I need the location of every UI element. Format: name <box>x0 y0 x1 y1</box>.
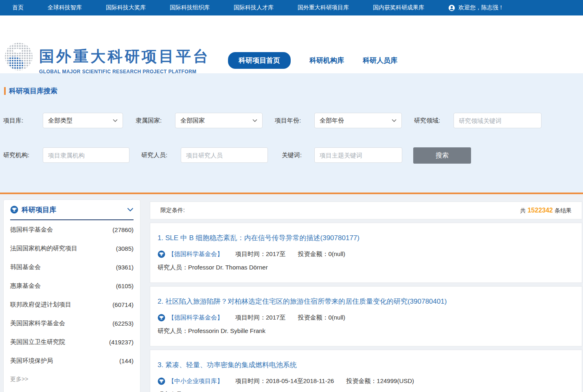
result-meta: 【德国科学基金会】 项目时间：2017至 投资金额：0(null) <box>158 250 574 258</box>
item-count: (419237) <box>109 339 134 346</box>
sidebar-item-wellcome[interactable]: 惠康基金会 (6105) <box>10 276 134 295</box>
item-count: (27860) <box>112 226 134 233</box>
sidebar-item-federal[interactable]: 联邦政府促进计划项目 (60714) <box>10 295 134 314</box>
welcome-text: 欢迎您，陈志强！ <box>458 4 504 11</box>
sidebar-item-nih[interactable]: 美国国立卫生研究院 (419237) <box>10 333 134 351</box>
project-db-label: 项目库: <box>3 117 43 125</box>
sidebar-item-nsf[interactable]: 美国国家科学基金会 (62253) <box>10 314 134 333</box>
investment-amount: 投资金额：0(null) <box>298 250 345 258</box>
nav-item-achievements-db[interactable]: 国内获奖科研成果库 <box>373 4 424 11</box>
project-type-select[interactable]: 全部类型 <box>43 113 123 128</box>
project-time: 项目时间：2017至 <box>235 250 285 258</box>
nav-item-orgs-db[interactable]: 国际科技组织库 <box>170 4 210 11</box>
result-researcher: 研究人员：Professorin Dr. Sybille Frank <box>158 327 574 335</box>
nav-item-awards-db[interactable]: 国际科技大奖库 <box>106 4 146 11</box>
sidebar-filters: 科研项目库 德国科学基金会 (27860) 法国国家机构的研究项目 (3085)… <box>3 199 140 392</box>
item-label: 美国国家科学基金会 <box>10 320 65 327</box>
source-text: 【德国科学基金会】 <box>168 314 223 322</box>
logo-text-block: 国外重大科研项目平台 GLOBAL MAJOR SCIENTIFIC RESEA… <box>39 46 210 74</box>
results-column: 限定条件: 共1522342条结果 1. SLE 中 B 细胞稳态紊乱：内在信号… <box>150 201 582 392</box>
item-label: 联邦政府促进计划项目 <box>10 301 71 309</box>
chevron-down-icon <box>252 119 257 122</box>
tab-personnel-db[interactable]: 科研人员库 <box>363 56 397 65</box>
sidebar-section-country[interactable]: 隶属国家 <box>10 389 134 392</box>
user-welcome[interactable]: 欢迎您，陈志强！ <box>448 4 504 11</box>
result-title-link[interactable]: 3. 紧凑、轻量、功率密集的集成燃料电池系统 <box>158 360 574 370</box>
item-count: (6105) <box>116 283 134 289</box>
year-label: 项目年份: <box>275 117 314 125</box>
sidebar-item-korea[interactable]: 韩国基金会 (9361) <box>10 258 134 276</box>
item-label: 德国科学基金会 <box>10 226 53 234</box>
item-label: 法国国家机构的研究项目 <box>10 245 77 252</box>
result-meta: 【中小企业项目库】 项目时间：2018-05-14至2018-11-26 投资金… <box>158 377 574 385</box>
trophy-icon <box>158 377 165 385</box>
project-type-value: 全部类型 <box>48 117 72 125</box>
year-select[interactable]: 全部年份 <box>314 113 402 128</box>
result-source-link[interactable]: 【德国科学基金会】 <box>158 314 223 322</box>
institution-input[interactable] <box>43 147 129 163</box>
item-label: 韩国基金会 <box>10 263 41 271</box>
item-count: (3085) <box>116 245 134 252</box>
keyword-label: 关键词: <box>282 151 314 159</box>
sidebar-item-dfg[interactable]: 德国科学基金会 (27860) <box>10 220 134 239</box>
top-navigation: 首页 全球科技智库 国际科技大奖库 国际科技组织库 国际科技人才库 国外重大科研… <box>0 0 583 15</box>
item-label: 美国环境保护局 <box>10 357 53 365</box>
nav-item-talents-db[interactable]: 国际科技人才库 <box>234 4 274 11</box>
result-title-link[interactable]: 2. 社区陷入旅游陷阱？对柏林选定住宅区的旅游住宿所带来的居住质量变化的研究(3… <box>158 297 574 306</box>
total-count: 1522342 <box>526 207 555 214</box>
trophy-icon <box>158 250 165 258</box>
tab-institution-db[interactable]: 科研机构库 <box>309 56 344 65</box>
trophy-icon <box>158 314 165 322</box>
item-count: (60714) <box>112 301 134 308</box>
item-count: (144) <box>119 357 134 364</box>
sidebar-item-epa[interactable]: 美国环境保护局 (144) <box>10 351 134 370</box>
nav-item-projects-db[interactable]: 国外重大科研项目库 <box>298 4 349 11</box>
total-suffix: 条结果 <box>555 207 572 214</box>
sidebar-more-link[interactable]: 更多>> <box>10 370 134 388</box>
site-title: 国外重大科研项目平台 <box>39 46 210 67</box>
research-field-input[interactable] <box>454 113 541 128</box>
result-item: 2. 社区陷入旅游陷阱？对柏林选定住宅区的旅游住宿所带来的居住质量变化的研究(3… <box>150 286 582 346</box>
item-label: 惠康基金会 <box>10 282 41 290</box>
main-content: 科研项目库 德国科学基金会 (27860) 法国国家机构的研究项目 (3085)… <box>0 194 583 392</box>
researcher-label: 研究人员: <box>141 151 181 159</box>
year-value: 全部年份 <box>320 117 344 125</box>
source-text: 【德国科学基金会】 <box>168 250 223 258</box>
search-panel-title: 科研项目库搜索 <box>4 86 57 96</box>
result-meta: 【德国科学基金会】 项目时间：2017至 投资金额：0(null) <box>158 314 574 322</box>
researcher-input[interactable] <box>181 147 268 163</box>
tab-project-home[interactable]: 科研项目首页 <box>228 52 291 69</box>
trophy-icon <box>10 206 18 214</box>
item-count: (9361) <box>116 264 134 271</box>
institution-label: 研究机构: <box>3 151 43 159</box>
filter-bar: 限定条件: 共1522342条结果 <box>150 201 582 219</box>
result-title-link[interactable]: 1. SLE 中 B 细胞稳态紊乱：内在信号传导异常的描述(390780177) <box>158 233 574 243</box>
chevron-down-icon <box>392 119 397 122</box>
result-source-link[interactable]: 【德国科学基金会】 <box>158 250 223 258</box>
project-time: 项目时间：2017至 <box>235 314 285 322</box>
results-total: 共1522342条结果 <box>520 207 572 215</box>
country-label: 隶属国家: <box>136 117 175 125</box>
header-tabs: 科研项目首页 科研机构库 科研人员库 <box>228 52 397 69</box>
search-title-text: 科研项目库搜索 <box>9 86 57 96</box>
keyword-input[interactable] <box>314 147 402 163</box>
project-time: 项目时间：2018-05-14至2018-11-26 <box>235 377 334 385</box>
nav-item-think-tank-db[interactable]: 全球科技智库 <box>48 4 82 11</box>
sidebar-item-france[interactable]: 法国国家机构的研究项目 (3085) <box>10 239 134 258</box>
search-panel: 科研项目库搜索 项目库: 全部类型 隶属国家: 全部国家 项目年份: 全部年份 … <box>0 73 583 193</box>
sidebar-section-project-db[interactable]: 科研项目库 <box>10 200 134 220</box>
investment-amount: 投资金额：0(null) <box>298 314 345 322</box>
chevron-down-icon <box>127 208 134 212</box>
research-field-label: 研究领域: <box>414 117 454 125</box>
globe-logo-icon <box>4 42 33 71</box>
site-header: 国外重大科研项目平台 GLOBAL MAJOR SCIENTIFIC RESEA… <box>0 15 583 73</box>
accent-bar <box>4 87 6 95</box>
filter-label: 限定条件: <box>160 207 185 214</box>
nav-item-home[interactable]: 首页 <box>12 4 24 11</box>
source-text: 【中小企业项目库】 <box>168 377 223 385</box>
search-button[interactable]: 搜索 <box>413 147 471 164</box>
user-icon <box>448 4 455 11</box>
result-source-link[interactable]: 【中小企业项目库】 <box>158 377 223 385</box>
country-select[interactable]: 全部国家 <box>175 113 263 128</box>
result-item: 1. SLE 中 B 细胞稳态紊乱：内在信号传导异常的描述(390780177)… <box>150 223 582 283</box>
